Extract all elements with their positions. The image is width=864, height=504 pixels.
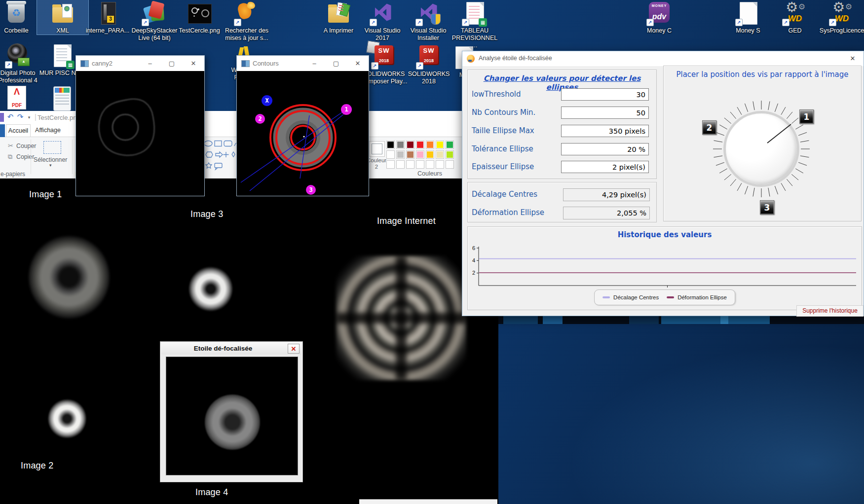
palette-color[interactable] [406, 150, 414, 159]
desktop-icon-money-c[interactable]: MONEYpdv ↗ Money C [634, 1, 685, 35]
phone-app-icon [49, 86, 74, 111]
desktop-icon-label: Corbeille [0, 27, 42, 35]
cut-icon[interactable]: ✂ [8, 142, 13, 149]
palette-color[interactable] [436, 141, 444, 149]
tolerance-input[interactable] [561, 143, 649, 155]
document-icon: ↗ [736, 1, 760, 26]
palette-color[interactable] [396, 160, 405, 169]
palette-color[interactable] [406, 141, 414, 149]
palette-color[interactable] [396, 141, 405, 149]
palette-color[interactable] [406, 160, 414, 169]
etoile-window-title: Etoile dé-focalisée [161, 345, 285, 352]
contours-titlebar[interactable]: Contours – ▢ ✕ [237, 56, 369, 71]
redo-icon[interactable]: ↷ [16, 112, 25, 121]
minimize-button[interactable]: – [303, 56, 325, 71]
colors-group-label: Couleurs [417, 170, 442, 177]
desktop-icon-money-s[interactable]: ↗ Money S [722, 1, 774, 35]
palette-color[interactable] [386, 141, 395, 149]
screw-dial[interactable] [723, 111, 799, 187]
desktop-icon-label: DeepSkyStacker Live (64 bit) [129, 27, 180, 42]
screw-button-2[interactable]: 2 [702, 120, 716, 135]
close-button[interactable]: ✕ [183, 56, 204, 71]
desktop-icon-rechercher-maj[interactable]: ↗ Rechercher des mises à jour s... [221, 1, 272, 42]
palette-color[interactable] [426, 141, 434, 149]
palette-color[interactable] [426, 160, 434, 169]
desktop-icon-xml[interactable]: XML [37, 0, 88, 35]
palette-color[interactable] [396, 150, 405, 159]
contours-window: Contours – ▢ ✕ X [236, 55, 369, 196]
deformation-output [563, 207, 650, 219]
desktop-icon-ged[interactable]: ⚙⚙WD ↗ GED [769, 1, 821, 35]
desktop-icon-label: interne_PARA... [82, 27, 133, 35]
maximize-button[interactable]: ▢ [325, 56, 347, 71]
clipboard-group-label: e-papiers [0, 171, 25, 178]
palette-color[interactable] [436, 150, 444, 159]
select-dropdown-icon[interactable]: ▾ [49, 163, 52, 168]
desktop-icon-testcercle[interactable]: TestCercle.png [174, 1, 225, 35]
shortcut-arrow-icon: ↗ [370, 19, 377, 26]
image3-label: Image 3 [190, 209, 223, 219]
palette-color[interactable] [446, 160, 454, 169]
palette-color[interactable] [416, 160, 424, 169]
desktop-icon-label: TestCercle.png [174, 27, 225, 35]
palette-color[interactable] [386, 150, 395, 159]
screw-button-3[interactable]: 3 [760, 200, 774, 215]
taille-ellipse-input[interactable] [561, 125, 649, 137]
desktop-icon-vs-installer[interactable]: ↗ Visual Studio Installer [403, 1, 454, 42]
desktop-icon-vs2017[interactable]: ↗ Visual Studio 2017 [357, 1, 408, 42]
analyse-dialog-titlebar[interactable]: Analyse étoile dé-focalisée ✕ [462, 51, 864, 66]
shield-icon [431, 14, 441, 25]
desktop-icon-sysproglicence[interactable]: ⚙⚙WD ↗ SysProgLicence [816, 1, 864, 35]
desktop-icon-tableau-previsionnel[interactable]: ▦ ↗ TABLEAU PREVISIONNEL ... [449, 1, 500, 49]
close-button[interactable]: ✕ [288, 344, 300, 354]
select-rectangle-icon[interactable] [43, 141, 61, 154]
cut-button[interactable]: Couper [16, 143, 36, 149]
internet-target-image [336, 256, 466, 380]
image-thumbnail-icon [187, 1, 212, 26]
svg-text:1: 1 [344, 106, 348, 113]
field-label-nbcontours: Nb Contours Min. [472, 108, 535, 117]
palette-color[interactable] [426, 150, 434, 159]
etoile-titlebar[interactable]: Etoile dé-focalisée ✕ [161, 343, 301, 355]
minimize-button[interactable]: – [139, 56, 161, 71]
palette-color[interactable] [416, 141, 424, 149]
close-button[interactable]: ✕ [842, 51, 864, 66]
defocused-star-image1 [29, 236, 110, 319]
tab-affichage[interactable]: Affichage [33, 124, 63, 137]
undo-icon[interactable]: ↶ [6, 112, 15, 121]
palette-color[interactable] [446, 150, 454, 159]
screw-button-1[interactable]: 1 [799, 109, 814, 124]
copy-button[interactable]: Copier [16, 153, 34, 160]
etoile-image [166, 357, 298, 475]
windev-icon: ⚙⚙WD ↗ [829, 1, 854, 26]
app-icon [467, 55, 475, 63]
close-button[interactable]: ✕ [347, 56, 369, 71]
visual-studio-icon: ↗ [370, 1, 395, 26]
history-group: Historique des valeurs 246 Décalage Cent… [467, 226, 862, 310]
shortcut-arrow-icon: ↗ [5, 61, 12, 69]
visual-studio-installer-icon: ↗ [416, 1, 441, 26]
desktop-icon-interne-para[interactable]: 3 interne_PARA... [82, 1, 133, 35]
epaisseur-input[interactable] [561, 161, 649, 173]
select-button[interactable]: Sélectionner [34, 156, 67, 163]
palette-color[interactable] [436, 160, 444, 169]
tab-accueil[interactable]: Accueil [6, 124, 31, 137]
desktop-icon-deepskystacker[interactable]: ↗ DeepSkyStacker Live (64 bit) [129, 1, 180, 42]
copy-icon[interactable]: ⧉ [8, 153, 12, 161]
desktop-icon-corbeille[interactable]: ♻ Corbeille [0, 1, 42, 35]
palette-color[interactable] [416, 150, 424, 159]
nbcontours-input[interactable] [561, 107, 649, 119]
palette-color[interactable] [386, 160, 395, 169]
file-tab-stub[interactable] [0, 124, 5, 137]
excel-document-icon: ▦ [50, 43, 75, 68]
canny2-titlebar[interactable]: canny2 – ▢ ✕ [76, 56, 204, 71]
maximize-button[interactable]: ▢ [161, 56, 183, 71]
clear-history-button[interactable]: Supprime l'historique [796, 305, 864, 317]
lowthreshold-input[interactable] [561, 88, 649, 101]
color2-box[interactable] [369, 141, 385, 157]
solidworks-composer-icon: SW2018 ↗ [372, 44, 396, 69]
background-window-edge [359, 499, 497, 504]
contours-image: X 2 1 3 [237, 71, 369, 196]
contours-window-title: Contours [253, 60, 279, 67]
palette-color[interactable] [446, 141, 454, 149]
